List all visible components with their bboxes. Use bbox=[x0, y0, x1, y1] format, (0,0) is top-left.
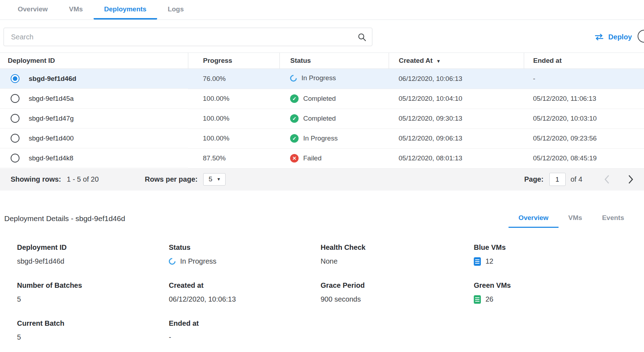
row-radio[interactable] bbox=[11, 94, 20, 103]
created-at-cell: 06/12/2020, 10:06:13 bbox=[389, 69, 524, 89]
ended-at-cell: 05/12/2020, 08:45:19 bbox=[524, 148, 644, 168]
status-cell: ✕Failed bbox=[290, 154, 322, 163]
prev-page-button[interactable] bbox=[604, 175, 610, 184]
detail-field-value: 26 bbox=[474, 295, 634, 304]
tab-deployments[interactable]: Deployments bbox=[94, 0, 157, 20]
deploy-arrows-icon bbox=[594, 33, 604, 41]
table-row[interactable]: sbgd-9ef1d4k887.50%✕Failed05/12/2020, 08… bbox=[0, 148, 644, 168]
rows-per-page-label: Rows per page: bbox=[145, 175, 198, 183]
detail-field-label: Current Batch bbox=[17, 319, 169, 328]
detail-field-current-batch: Current Batch5 bbox=[17, 319, 169, 342]
status-label: Completed bbox=[303, 95, 336, 103]
details-tab-events[interactable]: Events bbox=[592, 214, 634, 228]
status-label: In Progress bbox=[303, 134, 338, 142]
detail-field-value: None bbox=[321, 257, 474, 266]
detail-field-value: 900 seconds bbox=[321, 295, 474, 304]
detail-field-number-of-batches: Number of Batches5 bbox=[17, 281, 169, 304]
detail-field-ended-at: Ended at- bbox=[169, 319, 321, 342]
table-body: sbgd-9ef1d46d76.00%In Progress06/12/2020… bbox=[0, 69, 644, 169]
failed-icon: ✕ bbox=[290, 154, 299, 163]
detail-field-value: 5 bbox=[17, 333, 169, 342]
detail-field-text: 26 bbox=[485, 295, 493, 303]
status-cell: In Progress bbox=[290, 74, 336, 82]
completed-icon: ✓ bbox=[290, 134, 299, 143]
green-vm-icon bbox=[474, 295, 481, 304]
detail-field-label: Number of Batches bbox=[17, 281, 169, 290]
in-progress-icon bbox=[289, 73, 298, 83]
row-radio[interactable] bbox=[11, 114, 20, 123]
created-at-cell: 05/12/2020, 10:04:10 bbox=[389, 89, 524, 109]
details-tabs: OverviewVMsEvents bbox=[509, 214, 634, 228]
ended-at-cell: 05/12/2020, 09:23:56 bbox=[524, 128, 644, 148]
detail-field-text: - bbox=[169, 333, 171, 341]
toolbar: Deploy bbox=[0, 20, 644, 53]
detail-field-value: - bbox=[169, 333, 321, 342]
deployments-table: Deployment ID Progress Status Created At… bbox=[0, 53, 644, 169]
created-at-cell: 05/12/2020, 09:06:13 bbox=[389, 128, 524, 148]
page-input[interactable] bbox=[549, 173, 566, 186]
detail-field-grace-period: Grace Period900 seconds bbox=[321, 281, 474, 304]
status-cell: ✓Completed bbox=[290, 94, 336, 103]
showing-rows-value: 1 - 5 of 20 bbox=[67, 175, 99, 183]
search-input[interactable] bbox=[4, 28, 372, 46]
detail-field-text: 06/12/2020, 10:06:13 bbox=[169, 295, 236, 303]
details-tab-vms[interactable]: VMs bbox=[559, 214, 592, 228]
rows-per-page-select[interactable]: 5 ▼ bbox=[203, 173, 225, 186]
status-cell: ✓Completed bbox=[290, 114, 336, 123]
status-label: In Progress bbox=[301, 74, 336, 82]
deployment-id: sbgd-9ef1d47g bbox=[29, 115, 74, 122]
table-row[interactable]: sbgd-9ef1d47g100.00%✓Completed05/12/2020… bbox=[0, 109, 644, 128]
detail-field-text: 5 bbox=[17, 295, 21, 303]
col-progress: Progress bbox=[203, 57, 232, 64]
rows-per-page-value: 5 bbox=[209, 175, 212, 183]
detail-field-health-check: Health CheckNone bbox=[321, 243, 474, 266]
deploy-button[interactable]: Deploy bbox=[592, 33, 634, 42]
deployment-id: sbgd-9ef1d400 bbox=[29, 134, 74, 142]
col-ended-at: Ended at bbox=[533, 57, 562, 64]
search-icon[interactable] bbox=[357, 32, 367, 43]
row-radio[interactable] bbox=[11, 154, 20, 163]
status-label: Completed bbox=[303, 115, 336, 122]
detail-field-status: StatusIn Progress bbox=[169, 243, 321, 266]
deployment-details: Deployment Details - sbgd-9ef1d46d Overv… bbox=[0, 191, 644, 342]
details-tab-overview[interactable]: Overview bbox=[509, 214, 559, 228]
progress-cell: 87.50% bbox=[188, 148, 279, 168]
chevron-down-icon: ▼ bbox=[217, 177, 221, 182]
row-radio[interactable] bbox=[11, 134, 20, 143]
progress-cell: 100.00% bbox=[188, 89, 279, 109]
detail-field-label: Deployment ID bbox=[17, 243, 169, 252]
table-row[interactable]: sbgd-9ef1d46d76.00%In Progress06/12/2020… bbox=[0, 69, 644, 89]
completed-icon: ✓ bbox=[290, 114, 299, 123]
detail-field-text: sbgd-9ef1d46d bbox=[17, 257, 64, 265]
detail-field-text: 5 bbox=[17, 333, 21, 341]
next-page-button[interactable] bbox=[628, 175, 633, 184]
ended-at-cell: 05/12/2020, 10:03:10 bbox=[524, 109, 644, 128]
detail-field-label: Grace Period bbox=[321, 281, 474, 290]
tab-logs[interactable]: Logs bbox=[157, 0, 194, 20]
detail-field-label: Created at bbox=[169, 281, 321, 290]
tab-vms[interactable]: VMs bbox=[59, 0, 94, 20]
refresh-icon[interactable] bbox=[638, 30, 644, 43]
page-label: Page: bbox=[524, 175, 543, 183]
main-tabs: OverviewVMsDeploymentsLogs bbox=[0, 0, 644, 20]
detail-field-label: Ended at bbox=[169, 319, 321, 328]
detail-field-text: 12 bbox=[485, 257, 493, 265]
deployment-id: sbgd-9ef1d45a bbox=[29, 95, 74, 103]
row-radio[interactable] bbox=[11, 74, 20, 83]
tab-overview[interactable]: Overview bbox=[7, 0, 59, 20]
status-label: Failed bbox=[303, 154, 322, 162]
detail-field-deployment-id: Deployment IDsbgd-9ef1d46d bbox=[17, 243, 169, 266]
table-row[interactable]: sbgd-9ef1d45a100.00%✓Completed05/12/2020… bbox=[0, 89, 644, 109]
table-row[interactable]: sbgd-9ef1d400100.00%✓In Progress05/12/20… bbox=[0, 128, 644, 148]
ended-at-cell: - bbox=[524, 69, 644, 89]
details-fields: Deployment IDsbgd-9ef1d46dStatusIn Progr… bbox=[4, 228, 634, 342]
status-cell: ✓In Progress bbox=[290, 134, 338, 143]
detail-field-text: None bbox=[321, 257, 338, 265]
deployments-page: OverviewVMsDeploymentsLogs Deploy bbox=[0, 0, 644, 352]
col-deployment-id: Deployment ID bbox=[8, 57, 55, 64]
toolbar-actions: Deploy bbox=[592, 33, 634, 42]
created-at-cell: 05/12/2020, 08:01:13 bbox=[389, 148, 524, 168]
detail-field-label: Health Check bbox=[321, 243, 474, 252]
sort-desc-icon[interactable]: ▼ bbox=[436, 59, 441, 64]
col-status: Status bbox=[290, 57, 311, 64]
